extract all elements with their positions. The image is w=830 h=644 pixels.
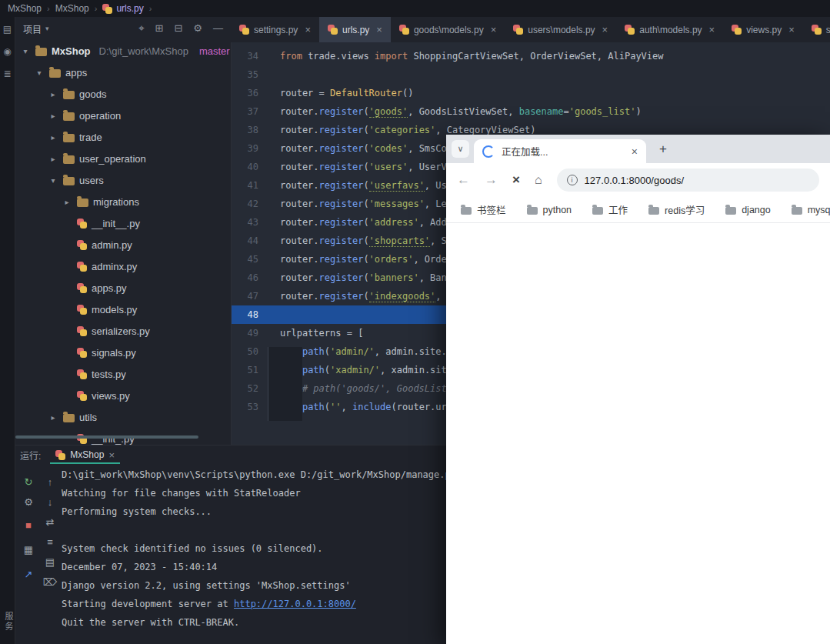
code-line-34[interactable]: 34from trade.views import ShoppingCartVi… (231, 47, 830, 65)
editor-tab-views-py[interactable]: views.py× (723, 17, 803, 42)
tree-item-adminx-py[interactable]: adminx.py (15, 255, 231, 277)
tree-item-apps[interactable]: ▾apps (15, 62, 231, 83)
editor-tab-auth-models-py[interactable]: auth\models.py× (616, 17, 723, 42)
line-number[interactable]: 42 (231, 195, 269, 213)
line-number[interactable]: 37 (231, 102, 269, 121)
breadcrumb-item-urls-py[interactable]: urls.py (102, 3, 143, 14)
project-view-dropdown[interactable]: 项目 ▾ (23, 22, 49, 35)
rerun-button[interactable]: ↻ (22, 475, 35, 489)
editor-tab-urls-py[interactable]: urls.py× (319, 17, 391, 42)
line-number[interactable]: 49 (231, 324, 269, 342)
run-tab-mxshop[interactable]: MxShop × (50, 445, 120, 464)
chevron-right-icon[interactable]: ▸ (62, 198, 72, 206)
chevron-right-icon[interactable]: ▸ (48, 112, 58, 120)
tree-item-goods[interactable]: ▸goods (15, 83, 231, 105)
expand-all-button[interactable]: ⊞ (155, 22, 164, 35)
bookmark-item-4[interactable]: django (725, 205, 771, 215)
breadcrumb-item-mxshop[interactable]: MxShop (8, 3, 42, 14)
stop-loading-button[interactable]: × (512, 172, 520, 188)
line-number[interactable]: 47 (231, 287, 269, 305)
tree-item-operation[interactable]: ▸operation (15, 105, 231, 126)
line-number[interactable]: 44 (231, 232, 269, 250)
line-number[interactable]: 41 (231, 176, 269, 195)
restart-server-button[interactable]: ⇄ (43, 515, 57, 529)
tree-item-trade[interactable]: ▸trade (15, 126, 231, 148)
tree-item-admin-py[interactable]: admin.py (15, 234, 231, 255)
hide-panel-button[interactable]: — (213, 22, 223, 35)
tree-item--init-py[interactable]: __init__.py (15, 212, 231, 234)
tree-item-apps-py[interactable]: apps.py (15, 277, 231, 299)
bookmark-item-1[interactable]: python (527, 205, 572, 215)
editor-tab-users-models-py[interactable]: users\models.py× (505, 17, 616, 42)
bookmark-item-3[interactable]: redis学习 (648, 202, 705, 217)
line-number[interactable]: 43 (231, 213, 269, 232)
locate-file-button[interactable]: ⌖ (138, 22, 144, 35)
tree-item-utils[interactable]: ▸utils (15, 406, 231, 428)
collapse-all-button[interactable]: ⊟ (174, 22, 182, 35)
tree-item-signals-py[interactable]: signals.py (15, 342, 231, 363)
pin-tab-button[interactable]: ▦ (22, 542, 35, 556)
structure-icon[interactable]: ≣ (3, 69, 11, 78)
home-button[interactable]: ⌂ (535, 173, 542, 187)
tree-item-migrations[interactable]: ▸migrations (15, 191, 231, 212)
bookmark-item-5[interactable]: mysql (792, 205, 830, 215)
horizontal-scrollbar[interactable] (15, 435, 198, 439)
editor-tab-settings-py[interactable]: settings.py× (231, 17, 319, 42)
stop-button[interactable]: ■ (22, 518, 35, 532)
address-bar[interactable]: i 127.0.0.1:8000/goods/ (557, 169, 819, 192)
editor-tab-goods-models-py[interactable]: goods\models.py× (391, 17, 505, 42)
forward-button[interactable]: → (485, 172, 498, 188)
code-line-36[interactable]: 36router = DefaultRouter() (231, 84, 830, 102)
project-icon[interactable]: ▤ (3, 25, 12, 34)
tree-item-users[interactable]: ▾users (15, 169, 231, 191)
close-tab-icon[interactable]: × (788, 24, 795, 35)
close-tab-icon[interactable]: × (709, 24, 715, 35)
bookmark-item-0[interactable]: 书签栏 (461, 202, 506, 217)
chevron-right-icon[interactable]: ▸ (48, 413, 58, 422)
tree-item-serializers-py[interactable]: serializers.py (15, 320, 231, 342)
scroll-to-end-button[interactable]: ↗ (22, 567, 35, 581)
line-number[interactable]: 53 (231, 398, 269, 416)
line-number[interactable]: 48 (231, 305, 269, 324)
edit-configuration-button[interactable]: ⚙ (22, 495, 35, 509)
back-button[interactable]: ← (457, 172, 470, 188)
new-tab-button[interactable]: + (654, 140, 672, 158)
close-tab-icon[interactable]: × (491, 24, 497, 35)
console-link[interactable]: http://127.0.0.1:8000/ (234, 599, 356, 609)
editor-tab-ser[interactable]: ser× (803, 17, 830, 42)
soft-wrap-button[interactable]: ≡ (43, 535, 57, 549)
down-stack-button[interactable]: ↓ (43, 495, 57, 509)
tab-list-dropdown-button[interactable]: ∨ (452, 140, 469, 158)
clear-console-button[interactable]: ⌦ (43, 575, 57, 589)
close-tab-icon[interactable]: × (376, 24, 382, 35)
line-number[interactable]: 46 (231, 269, 269, 287)
up-stack-button[interactable]: ↑ (43, 475, 57, 489)
tree-item-root-mxshop[interactable]: ▾ MxShop D:\git_work\MxShop master (15, 40, 231, 62)
line-number[interactable]: 39 (231, 139, 269, 158)
services-tool-button[interactable]: 服务 (0, 612, 15, 632)
line-number[interactable]: 36 (231, 84, 269, 102)
tree-item-views-py[interactable]: views.py (15, 385, 231, 406)
code-line-37[interactable]: 37router.register('goods', GoodsListView… (231, 102, 830, 121)
close-tab-icon[interactable]: × (305, 24, 311, 35)
close-tab-icon[interactable]: × (108, 449, 115, 461)
print-console-button[interactable]: ▤ (43, 555, 57, 569)
chevron-right-icon[interactable]: ▸ (48, 90, 58, 98)
line-number[interactable]: 52 (231, 379, 269, 398)
close-tab-icon[interactable]: × (632, 145, 638, 158)
line-number[interactable]: 35 (231, 65, 269, 84)
line-number[interactable]: 50 (231, 342, 269, 361)
line-number[interactable]: 34 (231, 47, 269, 65)
line-number[interactable]: 51 (231, 361, 269, 379)
close-tab-icon[interactable]: × (602, 24, 608, 35)
site-info-icon[interactable]: i (567, 175, 578, 185)
line-number[interactable]: 38 (231, 121, 269, 139)
tree-item-tests-py[interactable]: tests.py (15, 363, 231, 385)
chevron-down-icon[interactable]: ▾ (48, 176, 58, 185)
chevron-down-icon[interactable]: ▾ (34, 68, 45, 77)
tree-item-user-operation[interactable]: ▸user_operation (15, 148, 231, 169)
breadcrumb-item-mxshop[interactable]: MxShop (55, 3, 89, 14)
bookmark-item-2[interactable]: 工作 (592, 202, 628, 217)
line-number[interactable]: 45 (231, 250, 269, 269)
commit-icon[interactable]: ◉ (3, 47, 11, 56)
